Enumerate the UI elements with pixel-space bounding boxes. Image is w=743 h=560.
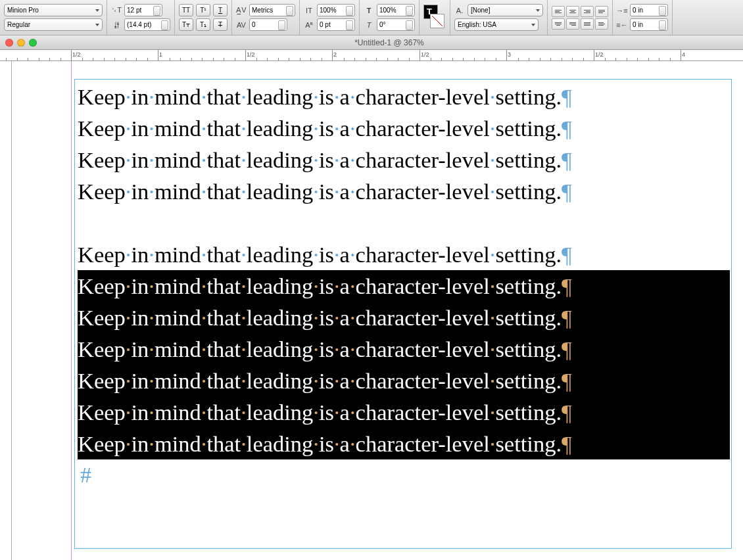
skew-value: 0° — [379, 21, 386, 28]
hscale-skew-section: T 100% T 0° — [360, 0, 419, 35]
subscript-button[interactable]: T₁ — [196, 18, 210, 31]
tracking-icon: AV — [236, 20, 247, 30]
language-value: English: USA — [458, 21, 496, 28]
align-center-button[interactable] — [566, 6, 579, 17]
vscale-input[interactable]: 100% — [317, 4, 355, 16]
text-selection[interactable]: Keep·in·mind·that·leading·is·a·character… — [78, 270, 730, 459]
font-size-value: 12 pt — [127, 7, 141, 14]
kerning-input[interactable]: Metrics — [249, 4, 295, 16]
charstyle-lang-section: A. [None] English: USA — [450, 0, 548, 35]
indent-left-value: 0 in — [633, 7, 643, 14]
indent-left-input[interactable]: 0 in — [630, 4, 668, 16]
font-size-input[interactable]: 12 pt — [124, 4, 162, 16]
skew-input[interactable]: 0° — [377, 18, 415, 31]
allcaps-button[interactable]: TT — [179, 4, 193, 16]
indent-section: →≡ 0 in ≡← 0 in — [613, 0, 673, 35]
indent-left-icon: →≡ — [617, 5, 627, 16]
charstyle-dropdown[interactable]: [None] — [467, 4, 543, 16]
baseline-input[interactable]: 0 pt — [317, 18, 355, 31]
zoom-window-button[interactable] — [29, 39, 37, 47]
text-line[interactable]: Keep·in·mind·that·leading·is·a·character… — [78, 144, 730, 175]
typecase-section: TT T¹ T Tᴛ T₁ T — [175, 0, 232, 35]
align-right-button[interactable] — [581, 6, 594, 17]
text-line[interactable]: Keep·in·mind·that·leading·is·a·character… — [78, 428, 730, 459]
baseline-icon: Aª — [304, 20, 314, 30]
minimize-window-button[interactable] — [17, 39, 25, 47]
leading-icon: ⭿ — [111, 20, 122, 30]
page-canvas[interactable]: Keep·in·mind·that·leading·is·a·character… — [12, 61, 743, 560]
hscale-icon: T — [364, 5, 374, 16]
story-text[interactable]: Keep·in·mind·that·leading·is·a·character… — [75, 80, 731, 491]
document-title: *Untitled-1 @ 367% — [354, 38, 424, 47]
text-line[interactable]: Keep·in·mind·that·leading·is·a·character… — [78, 175, 730, 207]
superscript-button[interactable]: T¹ — [196, 4, 210, 16]
leading-input[interactable]: (14.4 pt) — [124, 18, 170, 31]
close-window-button[interactable] — [5, 39, 13, 47]
kerning-tracking-section: A̲V Metrics AV 0 — [232, 0, 300, 35]
indent-right-value: 0 in — [633, 21, 643, 28]
baseline-value: 0 pt — [320, 21, 331, 28]
language-dropdown[interactable]: English: USA — [454, 18, 539, 31]
window-controls — [5, 39, 37, 47]
stroke-swatch[interactable] — [430, 14, 444, 28]
font-size-icon: ␜T — [111, 5, 122, 16]
underline-button[interactable]: T — [213, 4, 228, 16]
text-line[interactable]: Keep·in·mind·that·leading·is·a·character… — [78, 333, 730, 365]
skew-icon: T — [364, 20, 374, 30]
kerning-value: Metrics — [252, 7, 273, 14]
size-leading-section: ␜T 12 pt ⭿ (14.4 pt) — [107, 0, 175, 35]
font-style-dropdown[interactable]: Regular — [4, 18, 103, 31]
fill-stroke-section: T — [419, 0, 450, 35]
text-line[interactable]: Keep·in·mind·that·leading·is·a·character… — [78, 112, 730, 144]
control-panel: Minion Pro Regular ␜T 12 pt ⭿ (14.4 pt) … — [0, 0, 743, 35]
workspace: Keep·in·mind·that·leading·is·a·character… — [0, 61, 743, 560]
document-titlebar: *Untitled-1 @ 367% — [0, 35, 743, 50]
text-line[interactable]: Keep·in·mind·that·leading·is·a·character… — [78, 270, 730, 302]
leading-value: (14.4 pt) — [127, 21, 151, 28]
justify-all-button[interactable] — [581, 18, 594, 30]
justify-right-button[interactable] — [566, 18, 579, 30]
charstyle-icon: A. — [454, 5, 465, 16]
story-end-marker: # — [78, 459, 730, 491]
kerning-icon: A̲V — [236, 5, 247, 16]
vertical-ruler[interactable] — [0, 61, 12, 560]
align-left-button[interactable] — [552, 6, 565, 17]
hscale-input[interactable]: 100% — [377, 4, 415, 16]
font-family-dropdown[interactable]: Minion Pro — [4, 4, 103, 16]
text-line[interactable]: Keep·in·mind·that·leading·is·a·character… — [78, 365, 730, 396]
text-line[interactable]: Keep·in·mind·that·leading·is·a·character… — [78, 239, 730, 270]
hscale-value: 100% — [379, 7, 396, 14]
align-spine-button[interactable] — [595, 18, 608, 30]
smallcaps-button[interactable]: Tᴛ — [179, 18, 193, 31]
vscale-icon: IT — [304, 5, 314, 16]
indent-right-icon: ≡← — [617, 20, 627, 30]
indent-right-input[interactable]: 0 in — [630, 18, 668, 31]
vscale-value: 100% — [320, 7, 337, 14]
margin-guide — [71, 61, 72, 560]
text-line[interactable]: Keep·in·mind·that·leading·is·a·character… — [78, 302, 730, 333]
charstyle-value: [None] — [471, 7, 490, 14]
scale-section: IT 100% Aª 0 pt — [300, 0, 360, 35]
tracking-value: 0 — [252, 21, 256, 28]
tracking-input[interactable]: 0 — [249, 18, 287, 31]
font-family-value: Minion Pro — [7, 7, 39, 14]
justify-left-button[interactable] — [595, 6, 608, 17]
text-line[interactable]: Keep·in·mind·that·leading·is·a·character… — [78, 396, 730, 428]
font-style-value: Regular — [7, 21, 30, 28]
font-section: Minion Pro Regular — [0, 0, 107, 35]
text-frame[interactable]: Keep·in·mind·that·leading·is·a·character… — [74, 79, 732, 549]
horizontal-ruler[interactable]: 1/211/221/231/24 — [0, 50, 743, 61]
justify-center-button[interactable] — [552, 18, 565, 30]
text-line[interactable]: Keep·in·mind·that·leading·is·a·character… — [78, 81, 730, 112]
alignment-section — [548, 0, 613, 35]
strikethrough-button[interactable]: T — [213, 18, 228, 31]
